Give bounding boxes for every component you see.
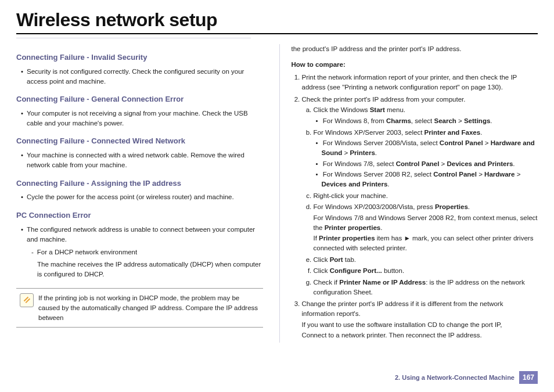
chapter-label: 2. Using a Network-Connected Machine (395, 374, 515, 381)
page: Wireless network setup Connecting Failur… (0, 0, 554, 343)
section-wired-network: Connecting Failure - Connected Wired Net… (16, 136, 263, 147)
how-to-compare: How to compare: (292, 60, 538, 70)
numbered-steps: Print the network information report of … (292, 73, 538, 340)
step-a: Click the Windows Start menu. For Window… (314, 105, 538, 125)
bullet: Cycle the power for the access point (or… (16, 192, 263, 202)
step-3-sub2: Connect to a network printer. Then recon… (302, 330, 538, 340)
step-e: Click Port tab. (314, 255, 538, 265)
bullet: Your computer is not receiving a signal … (16, 109, 263, 128)
step-3: Change the printer port's IP address if … (302, 299, 538, 340)
note-box: If the printing job is not working in DH… (16, 288, 263, 328)
section-invalid-security: Connecting Failure - Invalid Security (16, 52, 263, 63)
step-1: Print the network information report of … (302, 73, 538, 92)
step-3-sub: If you want to use the software installa… (302, 320, 538, 330)
sub-rule (16, 38, 251, 38)
right-column: the product's IP address and the printer… (279, 44, 538, 343)
note-text: If the printing job is not working in DH… (38, 293, 261, 322)
page-title: Wireless network setup (16, 9, 538, 31)
sub-bullet: For Windows Server 2008 R2, select Contr… (314, 170, 538, 189)
step-2: Check the printer port's IP address from… (302, 95, 538, 297)
indent-text: The machine receives the IP address auto… (16, 260, 263, 279)
section-ip-address: Connecting Failure - Assigning the IP ad… (16, 178, 263, 189)
step-g: Check if Printer Name or IP Address: is … (314, 278, 538, 297)
step-3-text: Change the printer port's IP address if … (302, 300, 503, 317)
step-1-text: Print the network information report of … (302, 74, 517, 91)
sub-text: If Printer properties item has ► mark, y… (314, 233, 538, 253)
bullet: The configured network address is unable… (16, 225, 263, 244)
left-column: Connecting Failure - Invalid Security Se… (16, 44, 263, 343)
sub-text: For Windows 7/8 and Windows Server 2008 … (314, 213, 538, 232)
step-c: Right-click your machine. (314, 191, 538, 201)
section-pc-error: PC Connection Error (16, 210, 263, 221)
sub-bullet: For Windows 8, from Charms, select Searc… (314, 116, 538, 126)
alpha-list: Click the Windows Start menu. For Window… (302, 105, 538, 297)
footer: 2. Using a Network-Connected Machine 167 (395, 371, 538, 384)
bullet: Security is not configured correctly. Ch… (16, 67, 263, 86)
continuation-text: the product's IP address and the printer… (292, 44, 538, 54)
dash-item: For a DHCP network environment (16, 247, 263, 257)
sub-bullet: For Windows Server 2008/Vista, select Co… (314, 138, 538, 157)
bullet: Your machine is connected with a wired n… (16, 150, 263, 170)
note-icon (20, 293, 34, 307)
step-b: For Windows XP/Server 2003, select Print… (314, 128, 538, 189)
content-columns: Connecting Failure - Invalid Security Se… (16, 44, 538, 343)
title-rule (16, 33, 538, 34)
section-general-error: Connecting Failure - General Connection … (16, 94, 263, 105)
step-d: For Windows XP/2003/2008/Vista, press Pr… (314, 202, 538, 253)
step-2-text: Check the printer port's IP address from… (302, 96, 466, 103)
page-number: 167 (519, 371, 538, 384)
step-f: Click Configure Port... button. (314, 266, 538, 276)
sub-bullet: For Windows 7/8, select Control Panel > … (314, 159, 538, 169)
